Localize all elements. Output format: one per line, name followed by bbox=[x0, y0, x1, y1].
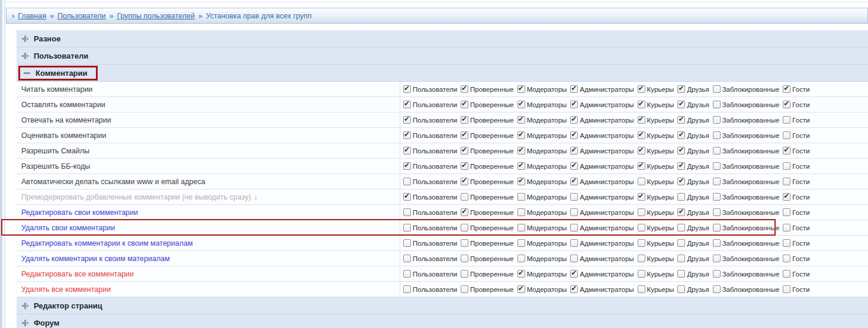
permission-label[interactable]: Удалять все комментарии bbox=[17, 282, 400, 297]
expand-icon[interactable] bbox=[21, 52, 29, 60]
group-checkbox[interactable] bbox=[713, 255, 721, 262]
group-checkbox[interactable] bbox=[713, 239, 721, 247]
section-header[interactable]: Разное bbox=[17, 30, 868, 47]
group-checkbox[interactable] bbox=[461, 178, 468, 185]
group-checkbox[interactable] bbox=[713, 208, 721, 216]
group-checkbox[interactable] bbox=[783, 178, 790, 185]
permission-label[interactable]: Удалять комментарии к своим материалам bbox=[17, 251, 400, 266]
group-checkbox[interactable] bbox=[677, 162, 685, 170]
group-checkbox[interactable] bbox=[783, 208, 790, 216]
group-checkbox[interactable] bbox=[638, 285, 645, 293]
group-checkbox[interactable] bbox=[570, 162, 578, 170]
permission-label[interactable]: Удалять свои комментарии bbox=[17, 220, 400, 235]
group-checkbox[interactable] bbox=[677, 255, 685, 262]
group-checkbox[interactable] bbox=[638, 131, 645, 139]
group-checkbox[interactable] bbox=[713, 101, 721, 108]
group-checkbox[interactable] bbox=[461, 131, 468, 139]
group-checkbox[interactable] bbox=[461, 101, 468, 108]
group-checkbox[interactable] bbox=[713, 193, 721, 201]
group-checkbox[interactable] bbox=[677, 239, 685, 247]
group-checkbox[interactable] bbox=[713, 224, 721, 231]
group-checkbox[interactable] bbox=[461, 285, 468, 293]
group-checkbox[interactable] bbox=[677, 178, 685, 185]
group-checkbox[interactable] bbox=[517, 131, 525, 139]
group-checkbox[interactable] bbox=[570, 178, 578, 185]
group-checkbox[interactable] bbox=[677, 147, 685, 155]
group-checkbox[interactable] bbox=[461, 147, 468, 155]
group-checkbox[interactable] bbox=[677, 193, 685, 201]
permission-label[interactable]: Редактировать свои комментарии bbox=[17, 205, 400, 220]
group-checkbox[interactable] bbox=[638, 116, 645, 124]
group-checkbox[interactable] bbox=[403, 178, 411, 185]
group-checkbox[interactable] bbox=[517, 270, 525, 278]
group-checkbox[interactable] bbox=[783, 85, 790, 93]
breadcrumb-item[interactable]: Группы пользователей bbox=[117, 12, 194, 20]
group-checkbox[interactable] bbox=[783, 224, 790, 231]
expand-icon[interactable] bbox=[21, 302, 29, 310]
group-checkbox[interactable] bbox=[783, 131, 790, 139]
group-checkbox[interactable] bbox=[570, 116, 578, 124]
group-checkbox[interactable] bbox=[461, 224, 468, 231]
group-checkbox[interactable] bbox=[638, 224, 645, 231]
group-checkbox[interactable] bbox=[677, 131, 685, 139]
group-checkbox[interactable] bbox=[783, 193, 790, 201]
group-checkbox[interactable] bbox=[638, 178, 645, 185]
group-checkbox[interactable] bbox=[403, 208, 411, 216]
group-checkbox[interactable] bbox=[713, 162, 721, 170]
group-checkbox[interactable] bbox=[713, 116, 721, 124]
group-checkbox[interactable] bbox=[403, 224, 411, 231]
group-checkbox[interactable] bbox=[403, 255, 411, 262]
group-checkbox[interactable] bbox=[783, 162, 790, 170]
group-checkbox[interactable] bbox=[461, 85, 468, 93]
group-checkbox[interactable] bbox=[403, 147, 411, 155]
group-checkbox[interactable] bbox=[677, 101, 685, 108]
group-checkbox[interactable] bbox=[570, 255, 578, 262]
permission-label[interactable]: Редактировать комментарии к своим матери… bbox=[17, 236, 400, 250]
group-checkbox[interactable] bbox=[403, 239, 411, 247]
group-checkbox[interactable] bbox=[570, 147, 578, 155]
group-checkbox[interactable] bbox=[638, 270, 645, 278]
group-checkbox[interactable] bbox=[570, 239, 578, 247]
group-checkbox[interactable] bbox=[517, 178, 525, 185]
group-checkbox[interactable] bbox=[570, 131, 578, 139]
group-checkbox[interactable] bbox=[677, 270, 685, 278]
group-checkbox[interactable] bbox=[461, 270, 468, 278]
group-checkbox[interactable] bbox=[638, 162, 645, 170]
group-checkbox[interactable] bbox=[570, 285, 578, 293]
group-checkbox[interactable] bbox=[713, 131, 721, 139]
group-checkbox[interactable] bbox=[461, 239, 468, 247]
group-checkbox[interactable] bbox=[403, 85, 411, 93]
group-checkbox[interactable] bbox=[638, 147, 645, 155]
expand-icon[interactable] bbox=[21, 35, 29, 43]
group-checkbox[interactable] bbox=[403, 116, 411, 124]
group-checkbox[interactable] bbox=[783, 255, 790, 262]
group-checkbox[interactable] bbox=[677, 285, 685, 293]
group-checkbox[interactable] bbox=[570, 208, 578, 216]
expand-icon[interactable] bbox=[21, 319, 29, 327]
section-header[interactable]: Редактор страниц bbox=[17, 297, 868, 314]
group-checkbox[interactable] bbox=[517, 116, 525, 124]
group-checkbox[interactable] bbox=[570, 85, 578, 93]
group-checkbox[interactable] bbox=[783, 147, 790, 155]
group-checkbox[interactable] bbox=[713, 178, 721, 185]
group-checkbox[interactable] bbox=[713, 270, 721, 278]
group-checkbox[interactable] bbox=[638, 208, 645, 216]
group-checkbox[interactable] bbox=[638, 255, 645, 262]
group-checkbox[interactable] bbox=[461, 162, 468, 170]
group-checkbox[interactable] bbox=[638, 193, 645, 201]
group-checkbox[interactable] bbox=[461, 116, 468, 124]
group-checkbox[interactable] bbox=[783, 270, 790, 278]
group-checkbox[interactable] bbox=[517, 85, 525, 93]
group-checkbox[interactable] bbox=[517, 208, 525, 216]
group-checkbox[interactable] bbox=[783, 101, 790, 108]
group-checkbox[interactable] bbox=[403, 162, 411, 170]
group-checkbox[interactable] bbox=[403, 131, 411, 139]
group-checkbox[interactable] bbox=[677, 224, 685, 231]
collapse-icon[interactable] bbox=[23, 69, 31, 77]
group-checkbox[interactable] bbox=[403, 270, 411, 278]
permission-label[interactable]: Редактировать все комментарии bbox=[17, 266, 400, 281]
group-checkbox[interactable] bbox=[783, 239, 790, 247]
breadcrumb-item[interactable]: Пользователи bbox=[57, 12, 106, 20]
group-checkbox[interactable] bbox=[638, 101, 645, 108]
group-checkbox[interactable] bbox=[461, 208, 468, 216]
